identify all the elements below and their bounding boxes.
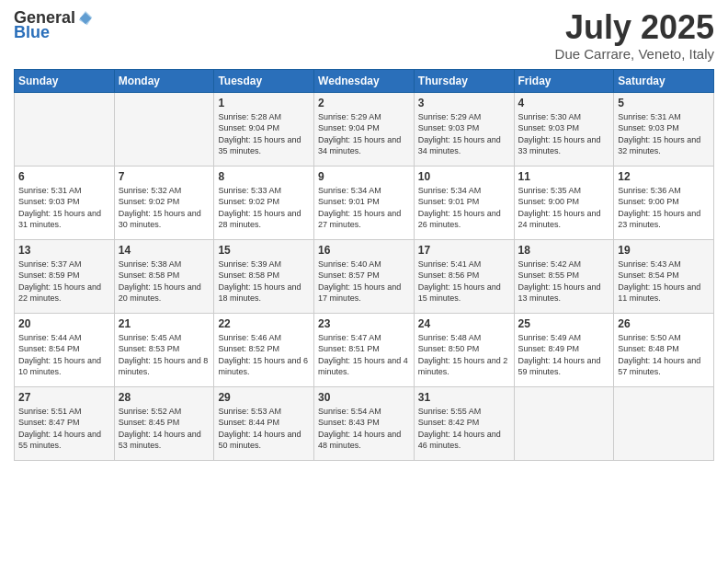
- table-row: 28 Sunrise: 5:52 AMSunset: 8:45 PMDaylig…: [114, 386, 214, 460]
- table-row: 3 Sunrise: 5:29 AMSunset: 9:03 PMDayligh…: [414, 92, 514, 166]
- day-number: 30: [318, 391, 410, 404]
- day-number: 4: [518, 97, 610, 109]
- col-wednesday: Wednesday: [314, 69, 415, 92]
- day-number: 8: [218, 170, 310, 183]
- table-row: 2 Sunrise: 5:29 AMSunset: 9:04 PMDayligh…: [314, 92, 415, 166]
- day-number: 22: [218, 317, 310, 330]
- cell-info: Sunrise: 5:47 AMSunset: 8:51 PMDaylight:…: [318, 333, 408, 377]
- day-number: 18: [518, 244, 610, 257]
- location-title: Due Carrare, Veneto, Italy: [555, 46, 714, 62]
- calendar-week-row: 13 Sunrise: 5:37 AMSunset: 8:59 PMDaylig…: [15, 239, 714, 313]
- table-row: 25 Sunrise: 5:49 AMSunset: 8:49 PMDaylig…: [514, 313, 614, 386]
- table-row: 23 Sunrise: 5:47 AMSunset: 8:51 PMDaylig…: [314, 313, 415, 386]
- logo-blue: Blue: [14, 24, 50, 42]
- table-row: [514, 386, 614, 460]
- cell-info: Sunrise: 5:36 AMSunset: 9:00 PMDaylight:…: [618, 186, 700, 230]
- cell-info: Sunrise: 5:49 AMSunset: 8:49 PMDaylight:…: [518, 333, 601, 377]
- day-number: 29: [218, 391, 310, 404]
- cell-info: Sunrise: 5:31 AMSunset: 9:03 PMDaylight:…: [618, 112, 700, 156]
- cell-info: Sunrise: 5:29 AMSunset: 9:04 PMDaylight:…: [318, 112, 401, 156]
- day-number: 16: [318, 244, 410, 257]
- calendar-week-row: 1 Sunrise: 5:28 AMSunset: 9:04 PMDayligh…: [15, 92, 714, 166]
- table-row: 24 Sunrise: 5:48 AMSunset: 8:50 PMDaylig…: [414, 313, 514, 386]
- table-row: 17 Sunrise: 5:41 AMSunset: 8:56 PMDaylig…: [414, 239, 514, 313]
- table-row: [614, 386, 714, 460]
- cell-info: Sunrise: 5:50 AMSunset: 8:48 PMDaylight:…: [618, 333, 700, 377]
- cell-info: Sunrise: 5:33 AMSunset: 9:02 PMDaylight:…: [218, 186, 301, 230]
- table-row: 8 Sunrise: 5:33 AMSunset: 9:02 PMDayligh…: [214, 166, 314, 239]
- day-number: 27: [18, 391, 110, 404]
- day-number: 26: [618, 317, 710, 330]
- cell-info: Sunrise: 5:41 AMSunset: 8:56 PMDaylight:…: [418, 259, 501, 304]
- title-block: July 2025 Due Carrare, Veneto, Italy: [555, 9, 714, 62]
- day-number: 23: [318, 317, 410, 330]
- cell-info: Sunrise: 5:38 AMSunset: 8:58 PMDaylight:…: [119, 259, 201, 304]
- cell-info: Sunrise: 5:35 AMSunset: 9:00 PMDaylight:…: [518, 186, 601, 230]
- cell-info: Sunrise: 5:54 AMSunset: 8:43 PMDaylight:…: [318, 407, 401, 451]
- day-number: 7: [119, 170, 210, 183]
- table-row: 31 Sunrise: 5:55 AMSunset: 8:42 PMDaylig…: [414, 386, 514, 460]
- calendar-table: Sunday Monday Tuesday Wednesday Thursday…: [14, 69, 714, 461]
- table-row: 11 Sunrise: 5:35 AMSunset: 9:00 PMDaylig…: [514, 166, 614, 239]
- day-number: 24: [418, 317, 510, 330]
- day-number: 19: [618, 244, 710, 257]
- cell-info: Sunrise: 5:55 AMSunset: 8:42 PMDaylight:…: [418, 407, 501, 451]
- table-row: 1 Sunrise: 5:28 AMSunset: 9:04 PMDayligh…: [214, 92, 314, 166]
- day-number: 20: [18, 317, 110, 330]
- day-number: 1: [218, 97, 310, 109]
- page-header: General Blue July 2025 Due Carrare, Vene…: [14, 9, 714, 62]
- table-row: 10 Sunrise: 5:34 AMSunset: 9:01 PMDaylig…: [414, 166, 514, 239]
- col-thursday: Thursday: [414, 69, 514, 92]
- calendar-week-row: 20 Sunrise: 5:44 AMSunset: 8:54 PMDaylig…: [15, 313, 714, 386]
- cell-info: Sunrise: 5:43 AMSunset: 8:54 PMDaylight:…: [618, 259, 700, 304]
- cell-info: Sunrise: 5:30 AMSunset: 9:03 PMDaylight:…: [518, 112, 601, 156]
- table-row: 6 Sunrise: 5:31 AMSunset: 9:03 PMDayligh…: [15, 166, 115, 239]
- day-number: 31: [418, 391, 510, 404]
- day-number: 28: [119, 391, 210, 404]
- table-row: 5 Sunrise: 5:31 AMSunset: 9:03 PMDayligh…: [614, 92, 714, 166]
- table-row: 30 Sunrise: 5:54 AMSunset: 8:43 PMDaylig…: [314, 386, 415, 460]
- table-row: 18 Sunrise: 5:42 AMSunset: 8:55 PMDaylig…: [514, 239, 614, 313]
- col-tuesday: Tuesday: [214, 69, 314, 92]
- cell-info: Sunrise: 5:31 AMSunset: 9:03 PMDaylight:…: [18, 186, 101, 230]
- day-number: 6: [18, 170, 110, 183]
- calendar-week-row: 27 Sunrise: 5:51 AMSunset: 8:47 PMDaylig…: [15, 386, 714, 460]
- col-friday: Friday: [514, 69, 614, 92]
- day-number: 10: [418, 170, 510, 183]
- calendar-week-row: 6 Sunrise: 5:31 AMSunset: 9:03 PMDayligh…: [15, 166, 714, 239]
- table-row: 14 Sunrise: 5:38 AMSunset: 8:58 PMDaylig…: [114, 239, 214, 313]
- table-row: 26 Sunrise: 5:50 AMSunset: 8:48 PMDaylig…: [614, 313, 714, 386]
- table-row: [15, 92, 115, 166]
- day-number: 3: [418, 97, 510, 109]
- cell-info: Sunrise: 5:37 AMSunset: 8:59 PMDaylight:…: [18, 259, 101, 304]
- cell-info: Sunrise: 5:29 AMSunset: 9:03 PMDaylight:…: [418, 112, 501, 156]
- cell-info: Sunrise: 5:34 AMSunset: 9:01 PMDaylight:…: [318, 186, 401, 230]
- cell-info: Sunrise: 5:42 AMSunset: 8:55 PMDaylight:…: [518, 259, 601, 304]
- day-number: 21: [119, 317, 210, 330]
- table-row: 19 Sunrise: 5:43 AMSunset: 8:54 PMDaylig…: [614, 239, 714, 313]
- cell-info: Sunrise: 5:46 AMSunset: 8:52 PMDaylight:…: [218, 333, 308, 377]
- table-row: 16 Sunrise: 5:40 AMSunset: 8:57 PMDaylig…: [314, 239, 415, 313]
- cell-info: Sunrise: 5:45 AMSunset: 8:53 PMDaylight:…: [119, 333, 209, 377]
- cell-info: Sunrise: 5:52 AMSunset: 8:45 PMDaylight:…: [119, 407, 201, 451]
- cell-info: Sunrise: 5:44 AMSunset: 8:54 PMDaylight:…: [18, 333, 101, 377]
- table-row: 12 Sunrise: 5:36 AMSunset: 9:00 PMDaylig…: [614, 166, 714, 239]
- logo: General Blue: [14, 9, 94, 42]
- logo-icon: [77, 10, 94, 27]
- day-number: 5: [618, 97, 710, 109]
- col-saturday: Saturday: [614, 69, 714, 92]
- cell-info: Sunrise: 5:32 AMSunset: 9:02 PMDaylight:…: [119, 186, 201, 230]
- col-monday: Monday: [114, 69, 214, 92]
- day-number: 9: [318, 170, 410, 183]
- table-row: 29 Sunrise: 5:53 AMSunset: 8:44 PMDaylig…: [214, 386, 314, 460]
- day-number: 14: [119, 244, 210, 257]
- table-row: 13 Sunrise: 5:37 AMSunset: 8:59 PMDaylig…: [15, 239, 115, 313]
- table-row: 7 Sunrise: 5:32 AMSunset: 9:02 PMDayligh…: [114, 166, 214, 239]
- table-row: 15 Sunrise: 5:39 AMSunset: 8:58 PMDaylig…: [214, 239, 314, 313]
- day-number: 11: [518, 170, 610, 183]
- table-row: 22 Sunrise: 5:46 AMSunset: 8:52 PMDaylig…: [214, 313, 314, 386]
- day-number: 15: [218, 244, 310, 257]
- cell-info: Sunrise: 5:53 AMSunset: 8:44 PMDaylight:…: [218, 407, 301, 451]
- table-row: 27 Sunrise: 5:51 AMSunset: 8:47 PMDaylig…: [15, 386, 115, 460]
- table-row: 20 Sunrise: 5:44 AMSunset: 8:54 PMDaylig…: [15, 313, 115, 386]
